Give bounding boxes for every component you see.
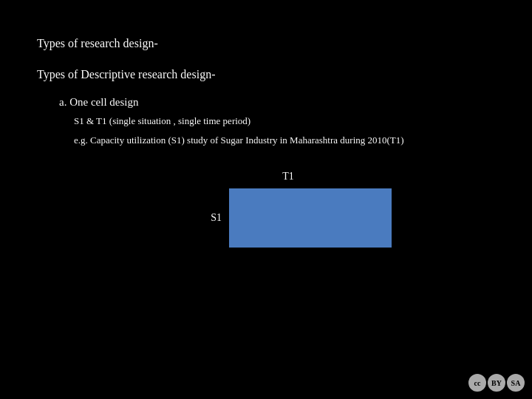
list-item-one-cell: a. One cell design S1 & T1 (single situa… [59, 96, 495, 149]
by-icon: BY [488, 374, 505, 392]
heading-types-research: Types of research design- [37, 37, 495, 50]
s1-row: S1 [185, 188, 392, 248]
heading-descriptive-research: Types of Descriptive research design- [37, 68, 495, 81]
diagram-area: T1 S1 [81, 171, 495, 248]
main-content: Types of research design- Types of Descr… [0, 0, 532, 262]
sub-text-example: e.g. Capacity utilization (S1) study of … [74, 132, 495, 149]
cc-badge: cc BY SA [468, 374, 525, 392]
sa-icon: SA [507, 374, 525, 392]
cc-icon: cc [468, 374, 486, 392]
cell-box [229, 188, 392, 248]
t1-label: T1 [282, 171, 294, 183]
one-cell-label: a. One cell design [59, 96, 495, 109]
s1-label: S1 [185, 212, 222, 224]
sub-text-s1t1: S1 & T1 (single situation , single time … [74, 113, 495, 129]
